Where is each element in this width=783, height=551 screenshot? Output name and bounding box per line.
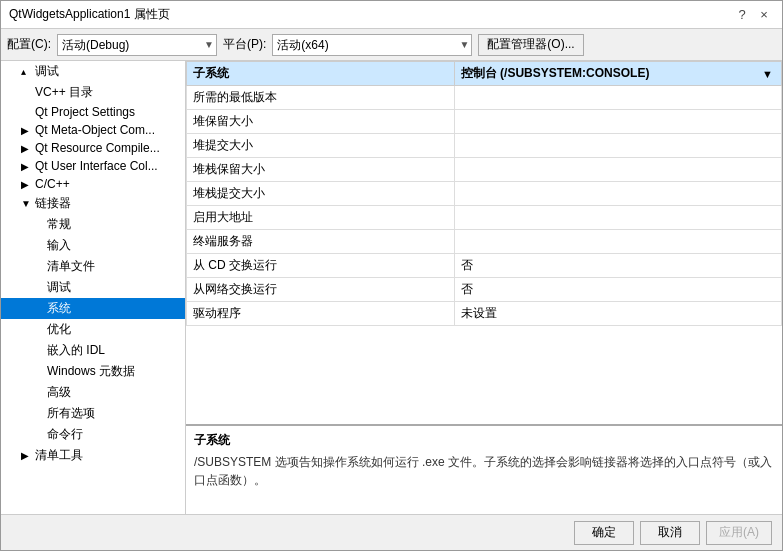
tree-item-manifest[interactable]: 清单文件 xyxy=(1,256,185,277)
tree-item-win-meta[interactable]: Windows 元数据 xyxy=(1,361,185,382)
config-manager-button[interactable]: 配置管理器(O)... xyxy=(478,34,583,56)
property-table: 子系统 控制台 (/SUBSYSTEM:CONSOLE) ▼ 所需的最低版本堆保… xyxy=(186,61,782,326)
prop-name-cell: 启用大地址 xyxy=(187,206,455,230)
tree-arrow-cpp: ▶ xyxy=(21,179,33,190)
table-row: 所需的最低版本 xyxy=(187,86,782,110)
prop-value-cell[interactable]: 否 xyxy=(454,254,781,278)
cancel-button[interactable]: 取消 xyxy=(640,521,700,545)
main-content: ▴ 调试 VC++ 目录 Qt Project Settings ▶ Qt Me… xyxy=(1,61,782,514)
col1-header: 子系统 xyxy=(187,62,455,86)
table-row: 启用大地址 xyxy=(187,206,782,230)
prop-name-cell: 堆栈保留大小 xyxy=(187,158,455,182)
config-select[interactable]: 活动(Debug) Debug Release xyxy=(57,34,217,56)
table-row: 堆提交大小 xyxy=(187,134,782,158)
tree-arrow-debug: ▴ xyxy=(21,66,33,77)
tree-item-manifest-tool[interactable]: ▶ 清单工具 xyxy=(1,445,185,466)
tree-arrow-qtu: ▶ xyxy=(21,161,33,172)
tree-item-vc-dirs[interactable]: VC++ 目录 xyxy=(1,82,185,103)
platform-label: 平台(P): xyxy=(223,36,266,53)
title-bar: QtWidgetsApplication1 属性页 ? × xyxy=(1,1,782,29)
subsystem-dropdown-btn[interactable]: ▼ xyxy=(760,68,775,80)
prop-value-cell[interactable] xyxy=(454,206,781,230)
tree-item-qt-meta[interactable]: ▶ Qt Meta-Object Com... xyxy=(1,121,185,139)
left-panel: ▴ 调试 VC++ 目录 Qt Project Settings ▶ Qt Me… xyxy=(1,61,186,514)
col2-header: 控制台 (/SUBSYSTEM:CONSOLE) ▼ xyxy=(454,62,781,86)
prop-name-cell: 从网络交换运行 xyxy=(187,278,455,302)
help-button[interactable]: ? xyxy=(732,6,752,24)
table-row: 从 CD 交换运行否 xyxy=(187,254,782,278)
right-panel: 子系统 控制台 (/SUBSYSTEM:CONSOLE) ▼ 所需的最低版本堆保… xyxy=(186,61,782,514)
prop-value-cell[interactable] xyxy=(454,182,781,206)
table-row: 堆保留大小 xyxy=(187,110,782,134)
prop-name-cell: 从 CD 交换运行 xyxy=(187,254,455,278)
tree-item-input[interactable]: 输入 xyxy=(1,235,185,256)
table-row: 堆栈提交大小 xyxy=(187,182,782,206)
tree-item-advanced[interactable]: 高级 xyxy=(1,382,185,403)
tree-item-embedded-idl[interactable]: 嵌入的 IDL xyxy=(1,340,185,361)
prop-name-cell: 堆保留大小 xyxy=(187,110,455,134)
window-title: QtWidgetsApplication1 属性页 xyxy=(9,6,170,23)
config-label: 配置(C): xyxy=(7,36,51,53)
tree-arrow-mt: ▶ xyxy=(21,450,33,461)
tree-item-qt-project[interactable]: Qt Project Settings xyxy=(1,103,185,121)
tree-item-qt-resource[interactable]: ▶ Qt Resource Compile... xyxy=(1,139,185,157)
prop-name-cell: 堆栈提交大小 xyxy=(187,182,455,206)
config-select-wrapper: 活动(Debug) Debug Release ▼ xyxy=(57,34,217,56)
tree: ▴ 调试 VC++ 目录 Qt Project Settings ▶ Qt Me… xyxy=(1,61,185,466)
tree-item-optimize[interactable]: 优化 xyxy=(1,319,185,340)
close-button[interactable]: × xyxy=(754,6,774,24)
ok-button[interactable]: 确定 xyxy=(574,521,634,545)
prop-value-cell[interactable] xyxy=(454,158,781,182)
desc-title: 子系统 xyxy=(194,432,774,449)
tree-item-cpp[interactable]: ▶ C/C++ xyxy=(1,175,185,193)
prop-value-cell[interactable]: 否 xyxy=(454,278,781,302)
apply-button[interactable]: 应用(A) xyxy=(706,521,772,545)
property-table-container: 子系统 控制台 (/SUBSYSTEM:CONSOLE) ▼ 所需的最低版本堆保… xyxy=(186,61,782,424)
bottom-bar: 确定 取消 应用(A) xyxy=(1,514,782,550)
table-row: 堆栈保留大小 xyxy=(187,158,782,182)
tree-item-cmdline[interactable]: 命令行 xyxy=(1,424,185,445)
tree-item-debug2[interactable]: 调试 xyxy=(1,277,185,298)
prop-value-cell[interactable] xyxy=(454,134,781,158)
desc-text: /SUBSYSTEM 选项告知操作系统如何运行 .exe 文件。子系统的选择会影… xyxy=(194,453,774,489)
prop-name-cell: 终端服务器 xyxy=(187,230,455,254)
prop-value-cell[interactable]: 未设置 xyxy=(454,302,781,326)
tree-arrow-linker: ▼ xyxy=(21,198,33,209)
title-controls: ? × xyxy=(732,6,774,24)
tree-item-all-options[interactable]: 所有选项 xyxy=(1,403,185,424)
platform-select-wrapper: 活动(x64) x86 x64 ▼ xyxy=(272,34,472,56)
table-row: 终端服务器 xyxy=(187,230,782,254)
tree-item-qt-ui[interactable]: ▶ Qt User Interface Col... xyxy=(1,157,185,175)
toolbar: 配置(C): 活动(Debug) Debug Release ▼ 平台(P): … xyxy=(1,29,782,61)
tree-item-debug[interactable]: ▴ 调试 xyxy=(1,61,185,82)
description-panel: 子系统 /SUBSYSTEM 选项告知操作系统如何运行 .exe 文件。子系统的… xyxy=(186,424,782,514)
table-row: 驱动程序未设置 xyxy=(187,302,782,326)
prop-value-cell[interactable] xyxy=(454,110,781,134)
prop-value-cell[interactable] xyxy=(454,86,781,110)
tree-item-system[interactable]: 系统 xyxy=(1,298,185,319)
table-row: 从网络交换运行否 xyxy=(187,278,782,302)
main-window: QtWidgetsApplication1 属性页 ? × 配置(C): 活动(… xyxy=(0,0,783,551)
prop-name-cell: 所需的最低版本 xyxy=(187,86,455,110)
tree-arrow-qtm: ▶ xyxy=(21,125,33,136)
tree-arrow-qtr: ▶ xyxy=(21,143,33,154)
prop-name-cell: 堆提交大小 xyxy=(187,134,455,158)
platform-select[interactable]: 活动(x64) x86 x64 xyxy=(272,34,472,56)
tree-item-linker[interactable]: ▼ 链接器 xyxy=(1,193,185,214)
prop-name-cell: 驱动程序 xyxy=(187,302,455,326)
tree-item-general[interactable]: 常规 xyxy=(1,214,185,235)
prop-value-cell[interactable] xyxy=(454,230,781,254)
